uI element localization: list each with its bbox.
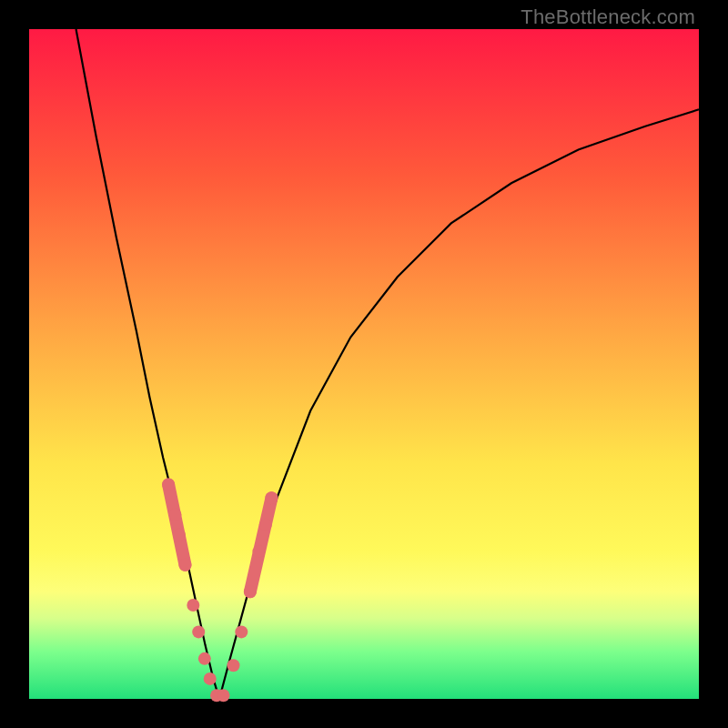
marker-dot [168,509,181,521]
marker-dot [252,545,265,558]
right-tail-curve [219,109,699,699]
marker-dot [227,659,239,672]
marker-group [162,478,278,702]
marker-dot [235,625,248,638]
marker-dot [187,599,199,612]
watermark-text: TheBottleneck.com [521,5,695,29]
marker-dot [173,529,186,541]
marker-dot [259,519,272,531]
marker-capsule [250,498,272,592]
marker-dot [204,672,217,685]
chart-svg [29,29,699,699]
marker-dot [178,559,191,571]
marker-dot [217,689,229,702]
marker-dot [162,478,175,490]
marker-dot [198,652,211,665]
marker-capsule [168,484,185,564]
marker-dot [192,625,205,638]
marker-dot [244,585,257,598]
marker-dot [265,491,278,504]
left-tail-curve [76,29,220,699]
